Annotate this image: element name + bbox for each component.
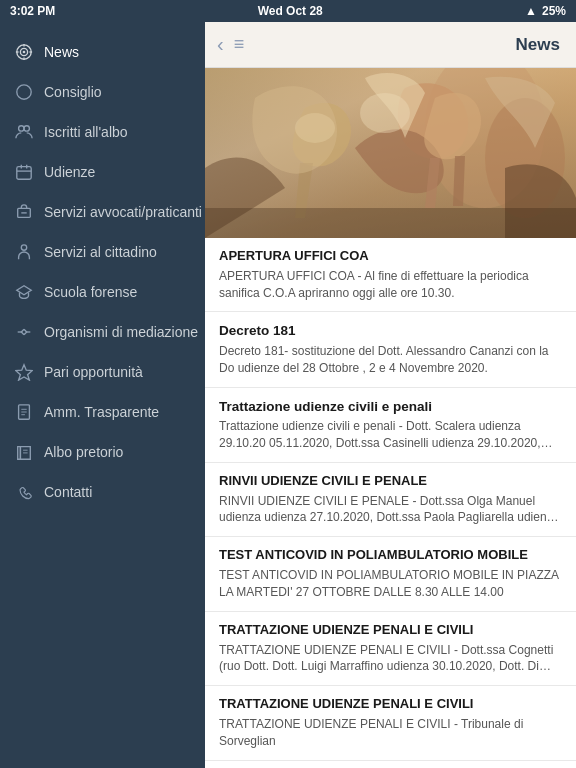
news-icon xyxy=(14,42,34,62)
sidebar-label-udienze: Udienze xyxy=(44,164,95,180)
svg-marker-17 xyxy=(16,365,32,380)
news-item[interactable]: RINVII UDIENZE CIVILI E PENALERINVII UDI… xyxy=(205,463,576,537)
news-item[interactable]: TEST ANTICOVID IN POLIAMBULATORIO MOBILE… xyxy=(205,537,576,611)
amm-icon xyxy=(14,402,34,422)
pari-icon xyxy=(14,362,34,382)
news-excerpt: RINVII UDIENZE CIVILI E PENALE - Dott.ss… xyxy=(219,493,562,527)
organismi-icon xyxy=(14,322,34,342)
sidebar-item-contatti[interactable]: Contatti xyxy=(0,472,205,512)
sidebar-label-albo: Albo pretorio xyxy=(44,444,123,460)
news-list: APERTURA UFFICI COAAPERTURA UFFICI COA -… xyxy=(205,238,576,768)
news-title: TRATTAZIONE UDIENZE PENALI E CIVILI xyxy=(219,696,562,713)
news-excerpt: TRATTAZIONE UDIENZE PENALI E CIVILI - Tr… xyxy=(219,716,562,750)
svg-point-16 xyxy=(21,245,26,250)
news-item[interactable]: Trattazione udienze civili e penaliTratt… xyxy=(205,388,576,463)
svg-point-28 xyxy=(360,93,410,133)
wifi-icon: ▲ xyxy=(525,4,537,18)
sidebar-label-servizi-avvocati: Servizi avvocati/praticanti xyxy=(44,204,202,220)
iscritti-icon xyxy=(14,122,34,142)
news-item[interactable]: TRATTAZIONE UDIENZE PENALI E CIVILITRATT… xyxy=(205,686,576,760)
hero-image xyxy=(205,68,576,238)
svg-point-29 xyxy=(295,113,335,143)
albo-icon xyxy=(14,442,34,462)
contatti-icon xyxy=(14,482,34,502)
sidebar-item-consiglio[interactable]: Consiglio xyxy=(0,72,205,112)
svg-point-8 xyxy=(19,126,24,131)
news-item[interactable]: Decreto 181Decreto 181- sostituzione del… xyxy=(205,312,576,387)
servizi-cittadino-icon xyxy=(14,242,34,262)
sidebar-label-pari: Pari opportunità xyxy=(44,364,143,380)
status-date: Wed Oct 28 xyxy=(258,4,323,18)
news-excerpt: TEST ANTICOVID IN POLIAMBULATORIO MOBILE… xyxy=(219,567,562,601)
sidebar-item-albo[interactable]: Albo pretorio xyxy=(0,432,205,472)
sidebar-label-servizi-cittadino: Servizi al cittadino xyxy=(44,244,157,260)
svg-point-9 xyxy=(24,126,29,131)
news-title: TRATTAZIONE UDIENZE PENALI E CIVILI xyxy=(219,622,562,639)
sidebar: News Consiglio Iscritti all'albo xyxy=(0,22,205,768)
top-bar: ‹ ≡ News xyxy=(205,22,576,68)
sidebar-item-servizi-avvocati[interactable]: Servizi avvocati/praticanti xyxy=(0,192,205,232)
svg-rect-10 xyxy=(17,167,31,180)
sidebar-item-scuola[interactable]: Scuola forense xyxy=(0,272,205,312)
back-button[interactable]: ‹ xyxy=(217,33,224,56)
sidebar-item-organismi[interactable]: Organismi di mediazione xyxy=(0,312,205,352)
sidebar-label-iscritti: Iscritti all'albo xyxy=(44,124,128,140)
svg-rect-30 xyxy=(205,208,576,238)
status-time: 3:02 PM xyxy=(10,4,55,18)
sidebar-label-scuola: Scuola forense xyxy=(44,284,137,300)
news-item[interactable]: APERTURA UFFICI COAAPERTURA UFFICI COA -… xyxy=(205,238,576,312)
news-excerpt: Trattazione udienze civili e penali - Do… xyxy=(219,418,562,452)
sidebar-item-servizi-cittadino[interactable]: Servizi al cittadino xyxy=(0,232,205,272)
sidebar-label-consiglio: Consiglio xyxy=(44,84,102,100)
sidebar-label-amm: Amm. Trasparente xyxy=(44,404,159,420)
app-container: News Consiglio Iscritti all'albo xyxy=(0,22,576,768)
news-title: Trattazione udienze civili e penali xyxy=(219,398,562,416)
news-excerpt: APERTURA UFFICI COA - Al fine di effettu… xyxy=(219,268,562,302)
main-panel: ‹ ≡ News xyxy=(205,22,576,768)
news-title: TEST ANTICOVID IN POLIAMBULATORIO MOBILE xyxy=(219,547,562,564)
servizi-avvocati-icon xyxy=(14,202,34,222)
consiglio-icon xyxy=(14,82,34,102)
battery-level: 25% xyxy=(542,4,566,18)
news-excerpt: Decreto 181- sostituzione del Dott. Ales… xyxy=(219,343,562,377)
sidebar-item-udienze[interactable]: Udienze xyxy=(0,152,205,192)
news-title: Decreto 181 xyxy=(219,322,562,340)
news-title: APERTURA UFFICI COA xyxy=(219,248,562,265)
scuola-icon xyxy=(14,282,34,302)
page-title: News xyxy=(516,35,560,55)
sidebar-item-news[interactable]: News xyxy=(0,32,205,72)
sidebar-item-iscritti[interactable]: Iscritti all'albo xyxy=(0,112,205,152)
sidebar-label-organismi: Organismi di mediazione xyxy=(44,324,198,340)
news-item[interactable]: TRATTAZIONE UDIENZE PENALI E CIVILITRATT… xyxy=(205,612,576,686)
sidebar-item-pari[interactable]: Pari opportunità xyxy=(0,352,205,392)
status-bar: 3:02 PM Wed Oct 28 ▲ 25% xyxy=(0,0,576,22)
sidebar-label-news: News xyxy=(44,44,79,60)
svg-point-7 xyxy=(17,85,31,99)
sidebar-label-contatti: Contatti xyxy=(44,484,92,500)
news-title: RINVII UDIENZE CIVILI E PENALE xyxy=(219,473,562,490)
udienze-icon xyxy=(14,162,34,182)
sidebar-item-amm[interactable]: Amm. Trasparente xyxy=(0,392,205,432)
news-excerpt: TRATTAZIONE UDIENZE PENALI E CIVILI - Do… xyxy=(219,642,562,676)
svg-point-2 xyxy=(23,51,26,54)
hamburger-icon[interactable]: ≡ xyxy=(234,34,245,55)
